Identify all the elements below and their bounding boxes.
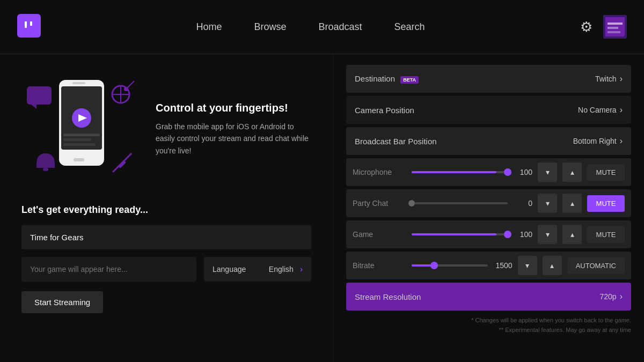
footnote2: ** Experimental features. May go away at… — [346, 326, 631, 335]
svg-rect-5 — [608, 31, 620, 33]
microphone-row: Microphone 100 ▾ ▴ MUTE — [346, 158, 631, 186]
promo-area: Control at your fingertips! Grab the mob… — [21, 70, 311, 188]
main-content: Control at your fingertips! Grab the mob… — [0, 54, 644, 362]
navigation: Home Browse Broadcast Search ⚙ — [0, 0, 644, 54]
stream-title-input[interactable] — [21, 225, 311, 249]
svg-rect-18 — [72, 82, 85, 84]
svg-rect-6 — [27, 86, 52, 105]
resolution-value: 720p › — [600, 292, 623, 301]
resolution-chevron-icon: › — [620, 292, 623, 301]
destination-label: Destination BETA — [355, 74, 419, 83]
game-thumb — [504, 231, 511, 238]
footnotes: * Changes will be applied when you switc… — [346, 316, 631, 335]
party-chat-thumb — [408, 200, 415, 206]
game-mute-button[interactable]: MUTE — [587, 226, 625, 243]
language-select[interactable]: Language English › — [204, 257, 311, 282]
right-panel: Destination BETA Twitch › Camera Positio… — [333, 54, 644, 362]
left-panel: Control at your fingertips! Grab the mob… — [0, 54, 333, 362]
svg-rect-22 — [63, 134, 100, 136]
svg-rect-4 — [608, 27, 618, 29]
nav-right: ⚙ — [580, 15, 627, 39]
game-row: Language English › — [21, 257, 311, 282]
game-input[interactable] — [21, 257, 196, 282]
nav-browse[interactable]: Browse — [254, 21, 286, 33]
start-streaming-button[interactable]: Start Streaming — [21, 291, 103, 313]
footnote1: * Changes will be applied when you switc… — [346, 316, 631, 326]
destination-value: Twitch › — [595, 74, 623, 84]
destination-row[interactable]: Destination BETA Twitch › — [346, 65, 631, 93]
setup-section: Let's get everything ready... Language E… — [21, 204, 311, 313]
party-chat-down-button[interactable]: ▾ — [538, 194, 557, 213]
bitrate-row: Bitrate 1500 ▾ ▴ AUTOMATIC — [346, 252, 631, 279]
promo-body: Grab the mobile app for iOS or Android t… — [156, 121, 311, 157]
party-chat-mute-button[interactable]: MUTE — [587, 195, 625, 212]
microphone-down-button[interactable]: ▾ — [538, 162, 557, 182]
camera-label: Camera Position — [355, 106, 414, 115]
bitrate-down-button[interactable]: ▾ — [518, 256, 537, 275]
bitrate-thumb — [430, 262, 438, 269]
svg-rect-19 — [74, 158, 84, 161]
bitrate-slider[interactable] — [412, 264, 488, 267]
microphone-up-button[interactable]: ▴ — [562, 162, 582, 182]
phone-illustration — [21, 70, 140, 188]
game-label: Game — [353, 230, 406, 239]
broadcast-bar-label: Broadcast Bar Position — [355, 137, 437, 146]
language-value: English › — [269, 264, 303, 274]
promo-heading: Control at your fingertips! — [156, 102, 311, 114]
microphone-fill — [412, 171, 496, 173]
svg-marker-7 — [31, 105, 36, 109]
bitrate-value: 1500 — [493, 261, 513, 270]
avatar[interactable] — [603, 15, 627, 39]
svg-rect-3 — [608, 23, 623, 25]
microphone-slider[interactable] — [412, 171, 508, 173]
svg-rect-0 — [17, 14, 41, 38]
game-up-button[interactable]: ▴ — [562, 225, 582, 244]
microphone-label: Microphone — [353, 168, 406, 176]
nav-broadcast[interactable]: Broadcast — [318, 21, 362, 33]
game-value: 100 — [513, 230, 532, 239]
bitrate-up-button[interactable]: ▴ — [543, 256, 562, 275]
microphone-thumb — [504, 168, 511, 176]
bitrate-automatic-button[interactable]: AUTOMATIC — [567, 257, 625, 274]
party-chat-up-button[interactable]: ▴ — [562, 194, 582, 213]
camera-position-row[interactable]: Camera Position No Camera › — [346, 96, 631, 124]
broadcast-bar-chevron-icon: › — [620, 136, 623, 146]
game-slider[interactable] — [412, 233, 508, 235]
party-chat-value: 0 — [513, 199, 532, 208]
microphone-value: 100 — [513, 168, 532, 176]
game-fill — [412, 233, 496, 235]
language-arrow-icon: › — [300, 264, 303, 274]
svg-line-14 — [113, 153, 131, 172]
nav-search[interactable]: Search — [394, 21, 425, 33]
svg-rect-23 — [63, 138, 91, 141]
svg-line-12 — [126, 81, 134, 89]
setup-title: Let's get everything ready... — [21, 204, 311, 216]
svg-rect-24 — [63, 143, 96, 146]
party-chat-slider[interactable] — [412, 202, 508, 204]
broadcast-bar-value: Bottom Right › — [573, 136, 623, 146]
svg-rect-13 — [43, 168, 48, 171]
resolution-label: Stream Resolution — [355, 292, 421, 301]
nav-links: Home Browse Broadcast Search — [196, 21, 425, 33]
game-down-button[interactable]: ▾ — [538, 225, 557, 244]
language-label: Language — [213, 265, 246, 274]
stream-resolution-row[interactable]: Stream Resolution 720p › — [346, 283, 631, 311]
nav-home[interactable]: Home — [196, 21, 222, 33]
promo-text: Control at your fingertips! Grab the mob… — [156, 102, 311, 157]
settings-icon[interactable]: ⚙ — [580, 19, 592, 35]
camera-chevron-icon: › — [620, 105, 623, 115]
logo[interactable] — [17, 14, 41, 40]
game-volume-row: Game 100 ▾ ▴ MUTE — [346, 220, 631, 248]
bitrate-label: Bitrate — [353, 261, 406, 270]
microphone-mute-button[interactable]: MUTE — [587, 164, 625, 181]
broadcast-bar-row[interactable]: Broadcast Bar Position Bottom Right › — [346, 127, 631, 155]
party-chat-row: Party Chat 0 ▾ ▴ MUTE — [346, 189, 631, 217]
beta-badge: BETA — [400, 76, 419, 84]
camera-value: No Camera › — [578, 105, 623, 115]
party-chat-label: Party Chat — [353, 199, 406, 208]
destination-chevron-icon: › — [620, 74, 623, 84]
